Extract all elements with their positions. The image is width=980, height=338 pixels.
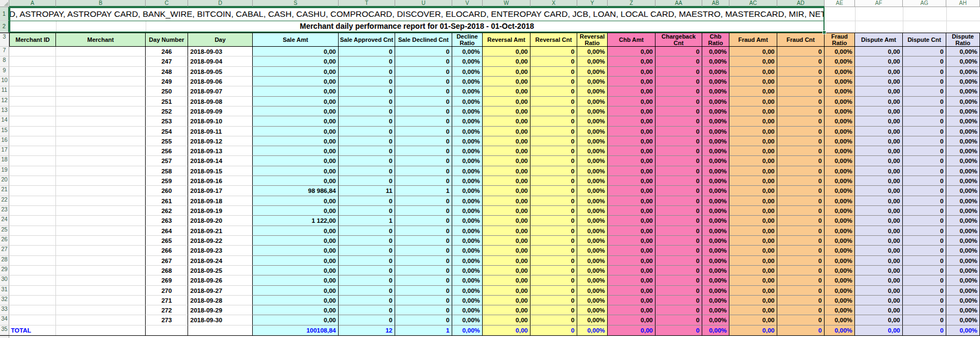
cell-merchant[interactable] xyxy=(56,86,146,96)
cell-fraud-ratio[interactable]: 0,00% xyxy=(825,186,855,196)
cell-merchant-id[interactable] xyxy=(9,77,56,86)
cell-reversal-amt[interactable]: 0,00 xyxy=(483,166,530,176)
cell-fraud-cnt[interactable]: 0 xyxy=(777,57,825,66)
cell-dispute-cnt[interactable]: 0 xyxy=(903,156,946,166)
column-letter-AB[interactable]: AB xyxy=(702,0,729,7)
header-sale-approved-cnt[interactable]: Sale Approved Cnt xyxy=(339,33,395,47)
row-number[interactable]: 9 xyxy=(0,67,9,77)
cell-chargeback-cnt[interactable]: 0 xyxy=(656,216,702,226)
cell-decline-ratio[interactable]: 0,00% xyxy=(452,107,483,116)
cell-fraud-amt[interactable]: 0,00 xyxy=(729,276,777,285)
cell-sale-approved[interactable]: 0 xyxy=(339,236,395,246)
cell-reversal-amt[interactable]: 0,00 xyxy=(483,156,530,166)
cell-fraud-cnt[interactable]: 0 xyxy=(777,186,825,196)
cell-sale-declined[interactable]: 0 xyxy=(395,315,452,325)
cell-sale-declined[interactable]: 0 xyxy=(395,86,452,96)
cell-reversal-ratio[interactable]: 0,00% xyxy=(577,67,608,77)
cell-reversal-amt[interactable]: 0,00 xyxy=(483,67,530,77)
cell-chb-ratio[interactable]: 0,00% xyxy=(702,296,729,305)
row-number-2[interactable]: 2 xyxy=(0,21,9,33)
cell-fraud-amt[interactable]: 0,00 xyxy=(729,246,777,255)
cell-decline-ratio[interactable]: 0,00% xyxy=(452,196,483,206)
cell-chb-amt[interactable]: 0,00 xyxy=(608,77,656,86)
cell-fraud-ratio[interactable]: 0,00% xyxy=(825,226,855,236)
row-number-3[interactable]: 3 xyxy=(0,33,9,47)
cell-chb-amt[interactable]: 0,00 xyxy=(608,276,656,285)
cell-sale-declined[interactable]: 0 xyxy=(395,67,452,77)
cell-chb-ratio[interactable]: 0,00% xyxy=(702,47,729,57)
cell-chb-ratio[interactable]: 0,00% xyxy=(702,107,729,116)
cell-sale-declined[interactable]: 0 xyxy=(395,276,452,285)
cell-fraud-cnt[interactable]: 0 xyxy=(777,97,825,107)
cell-day-number[interactable]: 264 xyxy=(146,226,188,236)
selection-fill-handle[interactable] xyxy=(822,30,826,34)
cell-fraud-cnt[interactable]: 0 xyxy=(777,216,825,226)
cell-chb-ratio[interactable]: 0,00% xyxy=(702,236,729,246)
cell-day[interactable]: 2018-09-09 xyxy=(188,107,253,116)
cell-decline-ratio[interactable]: 0,00% xyxy=(452,86,483,96)
cell-reversal-cnt[interactable]: 0 xyxy=(530,206,577,216)
cell-reversal-ratio[interactable]: 0,00% xyxy=(577,206,608,216)
cell-sale-approved[interactable]: 0 xyxy=(339,156,395,166)
cell-merchant[interactable] xyxy=(56,296,146,305)
cell-dispute-amt[interactable]: 0,00 xyxy=(855,226,903,236)
cell-merchant-id[interactable] xyxy=(9,266,56,276)
cell-chargeback-cnt[interactable]: 0 xyxy=(656,196,702,206)
cell-fraud-ratio[interactable]: 0,00% xyxy=(825,266,855,276)
cell-merchant[interactable] xyxy=(56,136,146,146)
cell-day-number[interactable]: 262 xyxy=(146,206,188,216)
cell-chb-ratio[interactable]: 0,00% xyxy=(702,136,729,146)
cell-fraud-cnt[interactable]: 0 xyxy=(777,156,825,166)
cell-sale-approved[interactable]: 1 xyxy=(339,216,395,226)
column-letter-S[interactable]: S xyxy=(253,0,339,7)
cell-dispute-amt[interactable]: 0,00 xyxy=(855,116,903,126)
cell-reversal-cnt[interactable]: 0 xyxy=(530,107,577,116)
cell-sale-amt[interactable]: 0,00 xyxy=(253,77,339,86)
cell-reversal-cnt[interactable]: 0 xyxy=(530,266,577,276)
cell-day[interactable]: 2018-09-14 xyxy=(188,156,253,166)
cell-chb-amt[interactable]: 0,00 xyxy=(608,196,656,206)
cell-fraud-cnt[interactable]: 0 xyxy=(777,127,825,136)
cell-reversal-cnt[interactable]: 0 xyxy=(530,216,577,226)
cell-dispute-cnt[interactable]: 0 xyxy=(903,266,946,276)
cell-merchant[interactable] xyxy=(56,276,146,285)
cell-merchant-id[interactable] xyxy=(9,236,56,246)
cell-chb-amt[interactable]: 0,00 xyxy=(608,136,656,146)
cell-chb-ratio[interactable]: 0,00% xyxy=(702,305,729,315)
cell-fraud-amt[interactable]: 0,00 xyxy=(729,77,777,86)
cell-reversal-cnt[interactable]: 0 xyxy=(530,86,577,96)
cell-reversal-ratio[interactable]: 0,00% xyxy=(577,186,608,196)
cell-decline-ratio[interactable]: 0,00% xyxy=(452,246,483,255)
column-letter-X[interactable]: X xyxy=(530,0,577,7)
cell-day-number[interactable]: 265 xyxy=(146,236,188,246)
cell-reversal-ratio[interactable]: 0,00% xyxy=(577,226,608,236)
column-letter-AA[interactable]: AA xyxy=(656,0,702,7)
total-sale-approved[interactable]: 12 xyxy=(339,326,395,335)
cell-sale-declined[interactable]: 0 xyxy=(395,107,452,116)
total-fraud-amt[interactable]: 0,00 xyxy=(729,326,777,335)
cell-fraud-cnt[interactable]: 0 xyxy=(777,47,825,57)
cell-day-number[interactable]: 251 xyxy=(146,97,188,107)
header-fraud-cnt[interactable]: Fraud Cnt xyxy=(777,33,825,47)
cell-fraud-amt[interactable]: 0,00 xyxy=(729,156,777,166)
cell-fraud-cnt[interactable]: 0 xyxy=(777,236,825,246)
header-reversal-ratio[interactable]: Reversal Ratio xyxy=(577,33,608,47)
header-dispute-cnt[interactable]: Dispute Cnt xyxy=(903,33,946,47)
cell-merchant-id[interactable] xyxy=(9,97,56,107)
cell-reversal-cnt[interactable]: 0 xyxy=(530,136,577,146)
cell-reversal-ratio[interactable]: 0,00% xyxy=(577,266,608,276)
cell-merchant-id[interactable] xyxy=(9,166,56,176)
cell-sale-approved[interactable]: 0 xyxy=(339,47,395,57)
cell-dispute-amt[interactable]: 0,00 xyxy=(855,67,903,77)
cell-fraud-ratio[interactable]: 0,00% xyxy=(825,136,855,146)
cell-dispute-cnt[interactable]: 0 xyxy=(903,196,946,206)
cell-merchant-id[interactable] xyxy=(9,206,56,216)
cell-dispute-amt[interactable]: 0,00 xyxy=(855,47,903,57)
cell-dispute-cnt[interactable]: 0 xyxy=(903,276,946,285)
cell-fraud-amt[interactable]: 0,00 xyxy=(729,236,777,246)
cell-sale-amt[interactable]: 98 986,84 xyxy=(253,186,339,196)
cell-dispute-ratio[interactable]: 0,00% xyxy=(946,266,980,276)
cell-reversal-ratio[interactable]: 0,00% xyxy=(577,305,608,315)
cell-day-number[interactable]: 256 xyxy=(146,146,188,156)
cell-reversal-amt[interactable]: 0,00 xyxy=(483,266,530,276)
